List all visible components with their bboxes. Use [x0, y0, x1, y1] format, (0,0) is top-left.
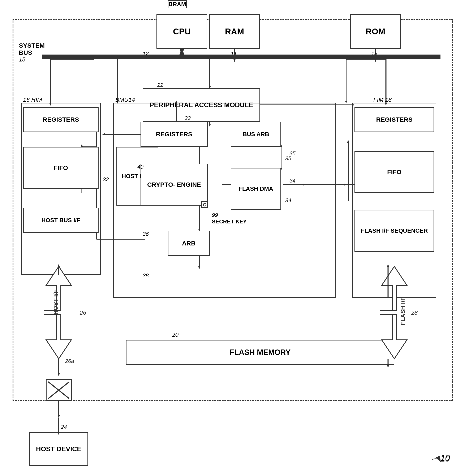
fim-registers-box: REGISTERS — [354, 107, 434, 132]
him-fifo-label: FIFO — [54, 164, 68, 172]
bmu-registers-box: REGISTERS — [141, 122, 208, 147]
fim-fifo-box: FIFO — [354, 151, 434, 193]
ref-18-fim: FIM 18 — [373, 97, 392, 103]
ref-99: 99 — [212, 212, 218, 218]
fim-fifo-label: FIFO — [387, 168, 402, 176]
flash-dma-box: FLASH DMA — [231, 168, 281, 210]
ref-11: 11 — [231, 50, 237, 57]
him-fifo-box: FIFO — [23, 147, 99, 189]
ref-38: 38 — [143, 272, 149, 279]
ref-33: 33 — [184, 115, 191, 121]
flash-memory-box: FLASH MEMORY — [126, 340, 394, 365]
bus-arb-label: BUS ARB — [243, 131, 269, 138]
him-registers-label: REGISTERS — [43, 116, 79, 123]
arb-box: ARB — [168, 231, 210, 256]
cpu-label: CPU — [173, 26, 191, 36]
diagram-container: CPU RAM ROM 12 11 13 SYSTEMBUS 15 PERIPH… — [0, 0, 469, 476]
secret-key-label: 99 SECRET KEY — [212, 212, 247, 225]
host-device-label: HOST DEVICE — [36, 445, 82, 453]
ref-12: 12 — [143, 50, 149, 57]
ram-label: RAM — [225, 26, 244, 36]
ref-13: 13 — [371, 50, 377, 57]
him-host-bus-if-box: HOST BUS I/F — [23, 208, 99, 233]
ref-34: 34 — [285, 197, 291, 204]
crypto-engine-label: CRYPTO- ENGINE — [147, 181, 201, 188]
flash-dma-label: FLASH DMA — [239, 185, 273, 192]
ref-14-bmu: BMU14 — [115, 97, 135, 103]
fim-registers-label: REGISTERS — [376, 116, 412, 123]
bus-arb-box: BUS ARB — [231, 122, 281, 147]
ref-15: 15 — [19, 56, 25, 63]
flash-memory-label: FLASH MEMORY — [230, 348, 291, 357]
host-device-box: HOST DEVICE — [29, 432, 88, 466]
ref-10: 10 — [440, 453, 450, 463]
arb-label: ARB — [182, 239, 196, 247]
him-host-bus-if-label: HOST BUS I/F — [41, 217, 80, 224]
ref-35: 35 — [285, 155, 291, 162]
him-registers-box: REGISTERS — [23, 107, 99, 132]
bram-box: BRAM — [168, 0, 187, 8]
cpu-box: CPU — [156, 14, 207, 49]
ref-16-him: 16 HIM — [23, 97, 42, 103]
crypto-engine-box: CRYPTO- ENGINE — [141, 164, 208, 205]
bram-label: BRAM — [168, 1, 186, 8]
ref-22: 22 — [157, 82, 163, 88]
ref-36: 36 — [143, 231, 149, 237]
bmu-registers-label: REGISTERS — [156, 131, 192, 138]
system-bus-label: SYSTEMBUS 15 — [19, 42, 45, 56]
key-icon — [203, 203, 206, 206]
svg-marker-83 — [58, 415, 60, 418]
rom-box: ROM — [350, 14, 401, 49]
ref-24: 24 — [61, 424, 67, 430]
ram-box: RAM — [209, 14, 260, 49]
fim-flash-if-seq-label: FLASH I/F SEQUENCER — [361, 227, 428, 234]
ref-20: 20 — [172, 331, 179, 338]
ref-32: 32 — [103, 176, 109, 183]
ref-40: 40 — [137, 164, 143, 170]
rom-label: ROM — [366, 26, 385, 36]
fim-flash-if-seq-box: FLASH I/F SEQUENCER — [354, 210, 434, 252]
